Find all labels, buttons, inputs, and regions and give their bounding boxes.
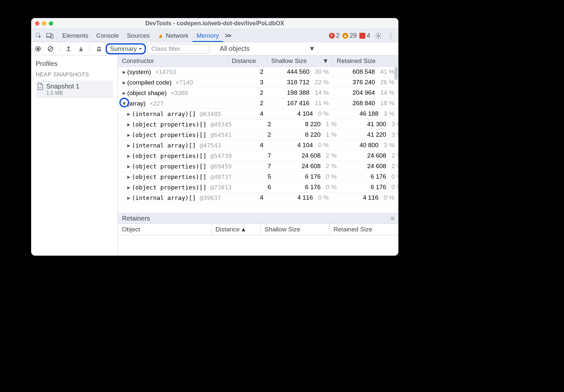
table-row[interactable]: (internal array)[]@3963744 1160 %4 1160 … [118,193,398,203]
view-mode-value: Summary [110,45,137,52]
table-row[interactable]: (compiled code)×71403318 71222 %376 2402… [118,77,398,88]
disclosure-triangle-icon[interactable] [127,152,131,160]
row-object-id: @47543 [200,142,221,149]
tab-network[interactable]: ▲ Network [154,29,193,42]
divider [59,45,60,52]
row-object-id: @48737 [211,173,232,180]
table-row[interactable]: (object properties)[]@54739724 6082 %24 … [118,151,398,161]
row-object-id: @49345 [211,121,232,128]
tab-console[interactable]: Console [92,29,123,42]
table-row[interactable]: (object properties)[]@6454128 2201 %41 2… [118,130,398,140]
disclosure-triangle-icon[interactable] [127,131,131,139]
row-retained: 41 3003 % [341,119,398,129]
devtools-tabstrip: Elements Console Sources ▲ Network Memor… [31,29,398,42]
retainers-header[interactable]: Retainers ≡ [118,213,398,224]
warning-count[interactable]: ▲ 29 [342,32,357,39]
minimize-window-button[interactable] [42,21,46,26]
table-row[interactable]: (internal array)[]@4754344 1040 %40 8003… [118,140,398,151]
table-row[interactable]: (system)×147932444 56030 %608 54841 % [118,67,398,77]
chevron-down-icon: ▼ [309,45,315,52]
issues-count[interactable]: · 4 [359,32,370,39]
view-mode-dropdown[interactable]: Summary [107,44,145,53]
disclosure-triangle-icon[interactable] [127,194,131,202]
clear-icon[interactable] [46,46,55,52]
error-icon: ✕ [329,33,335,39]
table-row[interactable]: (object shape)×33892198 38814 %204 96414… [118,88,398,98]
devtools-window: DevTools - codepen.io/web-dot-dev/live/P… [31,18,398,256]
table-header: Constructor Distance Shallow Size ▼ Reta… [118,55,398,67]
svg-line-7 [49,47,52,50]
disclosure-triangle-icon[interactable] [122,89,127,97]
window-title: DevTools - codepen.io/web-dot-dev/live/P… [31,20,398,27]
divider [57,32,57,39]
table-row[interactable]: (object properties)[]@4873756 1760 %6 17… [118,172,398,182]
tab-sources[interactable]: Sources [123,29,154,42]
row-name: (internal array)[] [132,142,196,149]
download-icon[interactable] [76,46,86,52]
disclosure-triangle-icon[interactable] [127,163,131,170]
heap-snapshots-heading: HEAP SNAPSHOTS [36,71,113,78]
row-retained: 608 54841 % [333,67,398,77]
snapshot-item[interactable]: % Snapshot 1 1.5 MB [36,81,113,98]
class-filter-input[interactable]: Class filter [148,44,210,54]
ret-col-object[interactable]: Object [118,224,212,235]
disclosure-triangle-icon[interactable] [122,79,127,86]
tabs-overflow-button[interactable]: >> [223,29,233,42]
row-shallow: 444 56030 % [267,67,333,77]
ret-col-distance[interactable]: Distance ▲ [212,224,261,235]
table-row[interactable]: (object properties)[]@7301366 1760 %6 17… [118,182,398,193]
row-distance: 3 [228,77,267,88]
disclosure-triangle-icon[interactable] [127,121,131,128]
row-object-id: @69459 [211,163,232,170]
col-retained[interactable]: Retained Size [333,55,398,67]
object-scope-dropdown[interactable]: All objects ▼ [220,45,315,52]
sort-asc-icon: ▲ [240,226,247,233]
row-shallow: 8 2201 % [275,130,341,140]
disclosure-triangle-icon[interactable] [127,173,131,181]
row-object-id: @54739 [211,152,232,159]
upload-icon[interactable] [64,46,73,52]
device-toolbar-icon[interactable] [44,33,55,39]
table-row[interactable]: (object properties)[]@69459724 6082 %24 … [118,161,398,172]
issues-icon: · [359,33,365,39]
sort-desc-icon: ▼ [322,57,329,65]
row-name: (object properties)[] [132,173,207,180]
row-retained: 204 96414 % [333,88,398,98]
row-retained: 6 1760 % [341,172,398,182]
table-row[interactable]: (internal array)[]@6348544 1040 %46 1883… [118,109,398,119]
error-count[interactable]: ✕ 2 [329,32,340,39]
row-distance: 2 [236,130,275,140]
ret-col-shallow[interactable]: Shallow Size [261,224,330,235]
collect-garbage-icon[interactable] [94,46,104,52]
hamburger-icon[interactable]: ≡ [391,215,394,222]
table-row[interactable]: (object properties)[]@4934528 2201 %41 3… [118,119,398,130]
disclosure-triangle-icon[interactable] [127,110,131,118]
row-count: ×7140 [175,79,193,86]
disclosure-triangle-icon[interactable] [127,142,131,149]
row-shallow: 24 6082 % [275,151,341,161]
col-shallow[interactable]: Shallow Size ▼ [267,55,333,67]
retainers-columns: Object Distance ▲ Shallow Size Retained … [118,224,398,235]
kebab-menu-icon[interactable]: ⋮ [385,32,396,40]
disclosure-triangle-icon[interactable] [127,184,131,191]
row-distance: 5 [236,172,275,182]
table-row[interactable]: (array)×2272167 41611 %268 84018 % [118,98,398,109]
heap-table: Constructor Distance Shallow Size ▼ Reta… [118,55,398,256]
row-count: ×14793 [155,69,176,76]
maximize-window-button[interactable] [49,21,53,26]
gear-icon[interactable] [373,32,384,39]
ret-col-retained[interactable]: Retained Size [330,224,398,235]
scrollbar-thumb[interactable] [394,67,398,80]
col-distance[interactable]: Distance [228,55,267,67]
tab-memory[interactable]: Memory [192,29,223,42]
row-name: (object properties)[] [132,184,207,191]
disclosure-triangle-icon[interactable] [122,68,127,76]
close-window-button[interactable] [35,21,39,26]
tab-elements[interactable]: Elements [58,29,92,42]
record-icon[interactable] [33,46,43,52]
row-object-id: @63485 [200,110,221,117]
row-distance: 2 [228,88,267,98]
disclosure-triangle-icon[interactable] [122,100,127,107]
col-constructor[interactable]: Constructor [118,55,228,67]
inspect-icon[interactable] [33,32,44,39]
